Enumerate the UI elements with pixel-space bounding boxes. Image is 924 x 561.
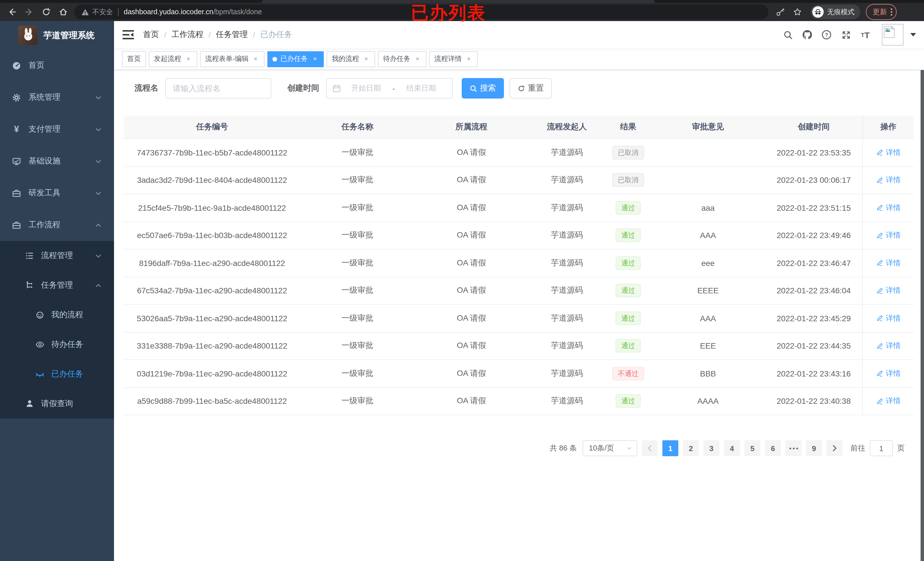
close-icon[interactable]: × xyxy=(414,55,421,63)
detail-button[interactable]: 详情 xyxy=(876,148,901,158)
browser-forward-button[interactable] xyxy=(22,4,36,19)
start-date-placeholder[interactable]: 开始日期 xyxy=(341,83,392,93)
status-badge: 通过 xyxy=(616,201,641,215)
task-id-cell: 74736737-7b9b-11ec-b5b7-acde48001122 xyxy=(124,139,300,166)
action-cell: 详情 xyxy=(862,139,914,166)
goto-label: 前往 xyxy=(850,443,865,453)
page-button-6[interactable]: 6 xyxy=(765,440,781,456)
page-button-2[interactable]: 2 xyxy=(683,440,699,456)
url-path: /bpm/task/done xyxy=(213,8,262,16)
avatar[interactable] xyxy=(882,24,903,46)
more-pages-button[interactable] xyxy=(786,440,801,456)
password-key-icon[interactable] xyxy=(773,4,788,19)
chevron-down-icon xyxy=(627,445,632,451)
page-button-1[interactable]: 1 xyxy=(662,440,678,456)
detail-button[interactable]: 详情 xyxy=(876,175,901,186)
page-button-4[interactable]: 4 xyxy=(724,440,740,456)
avatar-caret-icon[interactable] xyxy=(910,33,916,36)
next-page-button[interactable] xyxy=(826,440,843,456)
status-badge: 已取消 xyxy=(612,146,644,160)
action-cell: 详情 xyxy=(862,332,914,359)
sidebar-item-system[interactable]: 系统管理 xyxy=(0,81,114,113)
font-size-icon[interactable]: TT xyxy=(856,25,875,45)
page-button-9[interactable]: 9 xyxy=(806,440,822,456)
detail-button[interactable]: 详情 xyxy=(876,230,901,241)
process-name-input[interactable] xyxy=(165,78,272,99)
close-icon[interactable]: × xyxy=(252,55,260,63)
page-size-select[interactable]: 10条/页 xyxy=(582,440,637,456)
close-icon[interactable]: × xyxy=(363,55,370,63)
tab-label: 我的流程 xyxy=(332,54,359,64)
detail-button[interactable]: 详情 xyxy=(876,313,901,323)
table-row: 331e3388-7b9a-11ec-a290-acde48001122 一级审… xyxy=(124,332,914,360)
task-id-cell: 67c534a2-7b9a-11ec-a290-acde48001122 xyxy=(124,277,300,304)
browser-menu-icon[interactable] xyxy=(890,7,892,16)
goto-page-input[interactable] xyxy=(870,440,892,456)
close-icon[interactable]: × xyxy=(465,55,472,63)
sidebar-item-infra[interactable]: 基础设施 xyxy=(0,145,114,177)
sidebar-item-done-tasks[interactable]: 已办任务 xyxy=(0,359,114,389)
search-icon[interactable] xyxy=(778,25,798,45)
sidebar-item-label: 研发工具 xyxy=(28,188,60,198)
sidebar-item-payment[interactable]: ¥ 支付管理 xyxy=(0,113,114,145)
reset-button[interactable]: 重置 xyxy=(510,78,552,99)
github-icon[interactable] xyxy=(798,25,817,45)
search-button[interactable]: 搜索 xyxy=(462,78,504,99)
scrollbar[interactable] xyxy=(921,21,924,561)
page-button-3[interactable]: 3 xyxy=(704,440,719,456)
sidebar-item-process-mgmt[interactable]: 流程管理 xyxy=(0,241,114,271)
prev-page-button[interactable] xyxy=(642,440,658,456)
sidebar-item-todo-tasks[interactable]: 待办任务 xyxy=(0,330,114,359)
tab-home[interactable]: 首页 xyxy=(122,51,146,67)
detail-button-label: 详情 xyxy=(886,396,901,406)
tab-process-detail[interactable]: 流程详情 × xyxy=(429,51,478,67)
tab-done-tasks[interactable]: 已办任务 × xyxy=(267,51,324,67)
tab-todo-tasks[interactable]: 待办任务 × xyxy=(378,51,426,67)
detail-button[interactable]: 详情 xyxy=(876,258,901,268)
app-logo-row[interactable]: 芋道管理系统 xyxy=(0,21,114,49)
sidebar-collapse-icon[interactable] xyxy=(123,30,134,40)
sidebar-item-home[interactable]: 首页 xyxy=(0,49,114,81)
close-icon[interactable]: × xyxy=(184,55,192,63)
tab-process-form-edit[interactable]: 流程表单-编辑 × xyxy=(200,51,264,67)
page-size-value: 10条/页 xyxy=(589,443,614,453)
breadcrumb-item[interactable]: 首页 xyxy=(143,30,159,40)
sidebar-item-my-process[interactable]: 我的流程 xyxy=(0,300,114,330)
browser-reload-button[interactable] xyxy=(39,4,54,19)
end-date-placeholder[interactable]: 结束日期 xyxy=(396,83,446,93)
time-cell: 2022-01-22 23:51:15 xyxy=(765,194,862,221)
sidebar-item-label: 基础设施 xyxy=(28,156,60,166)
help-icon[interactable]: ? xyxy=(817,25,836,45)
sidebar-item-label: 已办任务 xyxy=(51,369,83,379)
page-button-5[interactable]: 5 xyxy=(744,440,760,456)
sidebar-item-task-mgmt[interactable]: 任务管理 xyxy=(0,271,114,300)
tab-start-process[interactable]: 发起流程 × xyxy=(149,51,197,67)
date-range-picker[interactable]: 开始日期 - 结束日期 xyxy=(326,78,453,99)
breadcrumb-item[interactable]: 任务管理 xyxy=(216,30,248,40)
result-cell: 已取消 xyxy=(605,167,651,194)
bookmark-star-icon[interactable] xyxy=(790,4,805,19)
detail-button[interactable]: 详情 xyxy=(876,203,901,213)
sidebar-item-devtools[interactable]: 研发工具 xyxy=(0,177,114,209)
breadcrumb-item[interactable]: 工作流程 xyxy=(172,30,204,40)
result-cell: 通过 xyxy=(605,194,651,221)
tab-label: 已办任务 xyxy=(280,54,308,64)
column-header: 流程发起人 xyxy=(528,116,605,138)
dashboard-icon xyxy=(12,61,21,70)
fullscreen-icon[interactable] xyxy=(836,25,856,45)
browser-back-button[interactable] xyxy=(4,4,20,19)
browser-update-button[interactable]: 更新 xyxy=(866,4,897,20)
browser-home-button[interactable] xyxy=(56,4,70,19)
sidebar-item-workflow[interactable]: 工作流程 xyxy=(0,209,114,241)
tab-label: 发起流程 xyxy=(154,54,181,64)
time-cell: 2022-01-22 23:53:35 xyxy=(765,139,862,166)
detail-button[interactable]: 详情 xyxy=(876,286,901,296)
close-icon[interactable]: × xyxy=(311,55,319,63)
task-name-cell: 一级审批 xyxy=(300,222,414,249)
detail-button[interactable]: 详情 xyxy=(876,396,901,406)
sidebar-item-leave-query[interactable]: 请假查询 xyxy=(0,389,114,419)
detail-button[interactable]: 详情 xyxy=(876,368,901,379)
task-name-cell: 一级审批 xyxy=(300,139,414,166)
detail-button[interactable]: 详情 xyxy=(876,341,901,351)
tab-my-process[interactable]: 我的流程 × xyxy=(327,51,375,67)
